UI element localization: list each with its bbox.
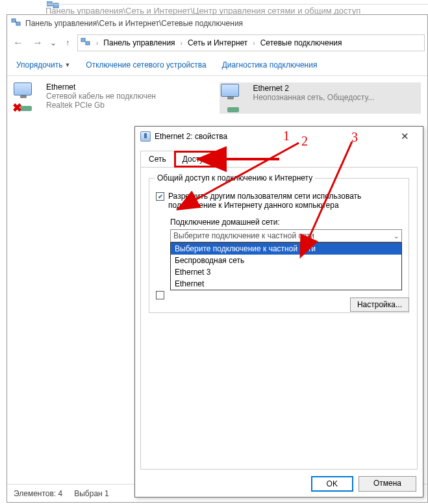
up-button[interactable]: ↑ xyxy=(60,34,75,51)
allow-sharing-checkbox[interactable]: ✔ xyxy=(156,192,164,201)
home-network-label: Подключение домашней сети: xyxy=(170,218,402,227)
cmd-label: Упорядочить xyxy=(16,60,62,69)
organize-button[interactable]: Упорядочить▼ xyxy=(16,60,70,69)
disable-device-button[interactable]: Отключение сетевого устройства xyxy=(86,60,206,69)
svg-rect-3 xyxy=(12,19,16,22)
tab-strip: Сеть Доступ xyxy=(135,150,423,167)
dropdown-option[interactable]: Выберите подключение к частной сети xyxy=(171,243,401,255)
chevron-down-icon: ⌄ xyxy=(50,38,57,47)
close-icon: ✕ xyxy=(401,131,409,142)
home-network-combo[interactable]: Выберите подключение к частной сети ⌄ xyxy=(170,229,402,242)
svg-rect-4 xyxy=(16,22,20,25)
window-title: Панель управления\Сеть и Интернет\Сетевы… xyxy=(25,19,243,28)
svg-rect-7 xyxy=(86,42,90,45)
network-icon xyxy=(11,18,21,29)
dialog-title: Ethernet 2: свойства xyxy=(155,132,392,141)
arrow-right-icon: → xyxy=(32,37,43,49)
adapter-icon: ✖ xyxy=(14,82,42,111)
svg-line-5 xyxy=(16,21,16,23)
error-x-icon: ✖ xyxy=(12,102,24,114)
settings-button[interactable]: Настройка... xyxy=(350,297,409,312)
arrow-left-icon: ← xyxy=(13,37,23,49)
tab-content: Общий доступ к подключению к Интернету ✔… xyxy=(140,167,418,470)
breadcrumb[interactable]: Сеть и Интернет xyxy=(188,38,247,47)
adapter-icon xyxy=(221,84,249,112)
allow-sharing-label: Разрешить другим пользователям сети испо… xyxy=(168,192,402,210)
svg-rect-6 xyxy=(81,38,85,42)
chevron-down-icon: ⌄ xyxy=(394,233,399,240)
connection-status: Неопознанная сеть, Общедосту... xyxy=(253,93,375,102)
dropdown-option[interactable]: Ethernet xyxy=(171,278,401,290)
history-dropdown[interactable]: ⌄ xyxy=(49,34,58,51)
connection-device: Realtek PCIe Gb xyxy=(46,101,156,110)
close-button[interactable]: ✕ xyxy=(392,128,418,145)
dropdown-option[interactable]: Беспроводная сеть xyxy=(171,255,401,266)
chevron-right-icon: › xyxy=(250,40,257,47)
tab-network[interactable]: Сеть xyxy=(140,151,175,168)
combo-value: Выберите подключение к частной сети xyxy=(173,231,394,240)
cancel-button[interactable]: Отмена xyxy=(359,476,416,492)
network-icon xyxy=(81,38,91,48)
chevron-right-icon: › xyxy=(94,40,101,47)
connection-name: Ethernet xyxy=(46,82,156,92)
command-bar: Упорядочить▼ Отключение сетевого устройс… xyxy=(7,54,427,76)
back-button[interactable]: ← xyxy=(10,34,27,51)
tab-sharing[interactable]: Доступ xyxy=(174,151,216,168)
diagnose-button[interactable]: Диагностика подключения xyxy=(222,60,318,69)
arrow-up-icon: ↑ xyxy=(66,38,69,47)
address-box[interactable]: › Панель управления › Сеть и Интернет › … xyxy=(77,34,425,51)
address-bar: ← → ⌄ ↑ › Панель управления › Сеть и Инт… xyxy=(7,32,427,54)
ics-group: Общий доступ к подключению к Интернету ✔… xyxy=(149,178,409,313)
selected-count: Выбран 1 xyxy=(74,489,108,498)
properties-dialog: Ethernet 2: свойства ✕ Сеть Доступ Общий… xyxy=(134,126,423,498)
title-bar: Панель управления\Сеть и Интернет\Сетевы… xyxy=(7,15,427,32)
group-title: Общий доступ к подключению к Интернету xyxy=(155,173,315,183)
connection-item-ethernet[interactable]: ✖ Ethernet Сетевой кабель не подключен R… xyxy=(14,82,213,114)
dropdown-option[interactable]: Ethernet 3 xyxy=(171,266,401,278)
chevron-right-icon: › xyxy=(178,40,185,47)
home-network-dropdown: Выберите подключение к частной сети Бесп… xyxy=(170,242,402,290)
item-count: Элементов: 4 xyxy=(14,489,62,498)
adapter-icon xyxy=(140,131,151,142)
ok-button[interactable]: OK xyxy=(311,476,353,492)
forward-button[interactable]: → xyxy=(29,34,46,51)
connection-status: Сетевой кабель не подключен xyxy=(46,92,156,101)
dialog-title-bar: Ethernet 2: свойства ✕ xyxy=(135,127,423,146)
connection-name: Ethernet 2 xyxy=(253,84,375,93)
breadcrumb[interactable]: Сетевые подключения xyxy=(260,38,342,47)
breadcrumb[interactable]: Панель управления xyxy=(103,38,175,47)
allow-control-checkbox[interactable] xyxy=(156,291,164,299)
dialog-buttons: OK Отмена xyxy=(311,476,416,492)
allow-sharing-row: ✔ Разрешить другим пользователям сети ис… xyxy=(156,192,402,210)
connection-item-ethernet2[interactable]: Ethernet 2 Неопознанная сеть, Общедосту.… xyxy=(220,82,422,114)
chevron-down-icon: ▼ xyxy=(64,62,70,68)
connections-list: ✖ Ethernet Сетевой кабель не подключен R… xyxy=(7,76,427,120)
